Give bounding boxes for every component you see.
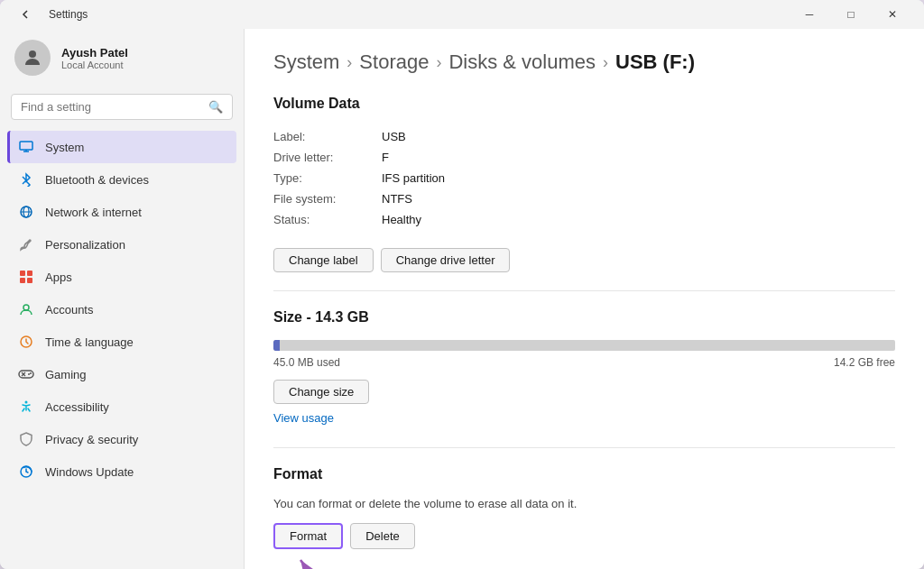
volume-data-table: Label: USB Drive letter: F Type: IFS par…	[273, 126, 895, 230]
storage-bar-background	[273, 340, 895, 351]
change-drive-letter-button[interactable]: Change drive letter	[381, 248, 511, 272]
change-label-button[interactable]: Change label	[273, 248, 374, 272]
shield-icon	[18, 431, 34, 447]
svg-point-20	[30, 372, 32, 374]
volume-data-title: Volume Data	[273, 96, 895, 112]
sidebar-item-label: Bluetooth & devices	[45, 173, 149, 187]
format-title: Format	[273, 466, 895, 482]
settings-window: Settings ─ □ ✕ Ayush Patel Local Account	[0, 0, 924, 569]
sidebar-item-label: System	[45, 141, 84, 154]
field-value-label: USB	[382, 130, 406, 143]
sidebar-item-personalization[interactable]: Personalization	[7, 228, 236, 261]
bluetooth-icon	[18, 171, 34, 188]
sidebar-item-label: Network & internet	[45, 206, 142, 219]
user-account-type: Local Account	[61, 60, 128, 70]
titlebar-left: Settings	[11, 0, 88, 29]
breadcrumb-sep-3: ›	[603, 53, 608, 72]
main-content: System › Storage › Disks & volumes › USB…	[244, 29, 924, 569]
brush-icon	[18, 236, 34, 252]
search-icon: 🔍	[208, 100, 223, 114]
field-label-status: Status:	[273, 213, 382, 226]
field-label-drive: Drive letter:	[273, 151, 382, 164]
breadcrumb-storage: Storage	[359, 50, 429, 74]
titlebar: Settings ─ □ ✕	[0, 0, 924, 29]
breadcrumb-disks: Disks & volumes	[448, 50, 596, 74]
sidebar-item-system[interactable]: System	[7, 131, 236, 163]
sidebar-item-gaming[interactable]: Gaming	[7, 358, 236, 390]
field-value-type: IFS partition	[382, 171, 445, 185]
sidebar-item-label: Time & language	[45, 335, 134, 349]
change-size-button[interactable]: Change size	[273, 380, 369, 404]
maximize-button[interactable]: □	[830, 0, 872, 29]
delete-button[interactable]: Delete	[350, 523, 415, 549]
svg-rect-12	[27, 278, 32, 283]
volume-buttons: Change label Change drive letter	[273, 248, 895, 272]
info-row-drive-letter: Drive letter: F	[273, 147, 895, 168]
breadcrumb-current: USB (F:)	[615, 50, 695, 74]
sidebar-item-accessibility[interactable]: Accessibility	[7, 390, 236, 423]
minimize-button[interactable]: ─	[789, 0, 830, 29]
window-title: Settings	[49, 8, 88, 21]
sidebar-item-update[interactable]: Windows Update	[7, 455, 236, 488]
breadcrumb: System › Storage › Disks & volumes › USB…	[273, 50, 895, 74]
svg-rect-15	[19, 371, 33, 378]
avatar	[14, 40, 51, 76]
sidebar-item-privacy[interactable]: Privacy & security	[7, 423, 236, 455]
field-value-filesystem: NTFS	[382, 192, 412, 206]
format-section: Format You can format or delete the volu…	[273, 466, 895, 569]
size-buttons: Change size	[273, 380, 895, 404]
field-label-filesystem: File system:	[273, 192, 382, 206]
info-row-type: Type: IFS partition	[273, 168, 895, 188]
sidebar-item-bluetooth[interactable]: Bluetooth & devices	[7, 163, 236, 196]
format-button[interactable]: Format	[273, 523, 343, 549]
apps-icon	[18, 269, 34, 285]
svg-point-21	[25, 401, 28, 404]
network-icon	[18, 204, 34, 220]
sidebar-item-apps[interactable]: Apps	[7, 261, 236, 293]
breadcrumb-sep-1: ›	[346, 53, 352, 72]
sidebar-item-label: Personalization	[45, 238, 125, 252]
divider-2	[273, 447, 895, 448]
svg-rect-1	[20, 142, 32, 150]
sidebar-item-label: Apps	[45, 271, 72, 284]
sidebar-item-network[interactable]: Network & internet	[7, 196, 236, 228]
user-name: Ayush Patel	[61, 46, 128, 60]
svg-rect-11	[20, 278, 25, 283]
gamepad-icon	[18, 366, 34, 382]
field-label-label: Label:	[273, 130, 382, 143]
accessibility-icon	[18, 399, 34, 415]
back-button[interactable]	[11, 0, 40, 29]
search-box[interactable]: 🔍	[11, 94, 233, 120]
search-input[interactable]	[21, 100, 201, 114]
view-usage-link[interactable]: View usage	[273, 411, 334, 425]
svg-point-0	[29, 50, 36, 58]
svg-point-19	[28, 373, 30, 375]
field-label-type: Type:	[273, 171, 382, 185]
info-row-status: Status: Healthy	[273, 209, 895, 230]
content-area: Ayush Patel Local Account 🔍 System	[0, 29, 924, 569]
sidebar-item-accounts[interactable]: Accounts	[7, 293, 236, 326]
size-title: Size - 14.3 GB	[273, 309, 895, 326]
arrow-annotation	[291, 551, 895, 569]
sidebar-item-label: Accessibility	[45, 400, 109, 414]
field-value-drive: F	[382, 151, 389, 164]
info-row-label: Label: USB	[273, 126, 895, 147]
user-section[interactable]: Ayush Patel Local Account	[7, 29, 236, 87]
clock-icon	[18, 334, 34, 350]
size-section: Size - 14.3 GB 45.0 MB used 14.2 GB free…	[273, 309, 895, 426]
update-icon	[18, 463, 34, 480]
titlebar-controls: ─ □ ✕	[789, 0, 913, 29]
storage-labels: 45.0 MB used 14.2 GB free	[273, 356, 895, 369]
sidebar-item-label: Accounts	[45, 303, 93, 317]
storage-used-label: 45.0 MB used	[273, 356, 340, 369]
sidebar-item-label: Gaming	[45, 368, 87, 381]
monitor-icon	[18, 139, 34, 155]
close-button[interactable]: ✕	[872, 0, 913, 29]
info-row-filesystem: File system: NTFS	[273, 188, 895, 209]
svg-rect-9	[20, 271, 25, 276]
breadcrumb-sep-2: ›	[436, 53, 441, 72]
storage-free-label: 14.2 GB free	[834, 356, 895, 369]
divider-1	[273, 290, 895, 291]
sidebar-item-time[interactable]: Time & language	[7, 326, 236, 358]
user-info: Ayush Patel Local Account	[61, 46, 128, 70]
